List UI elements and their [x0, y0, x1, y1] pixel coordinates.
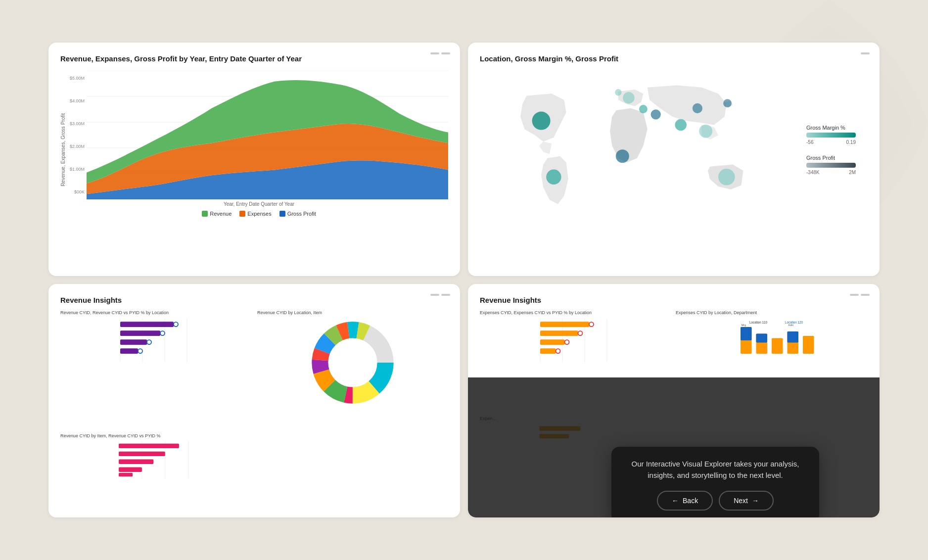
- sub-chart-title-1: Revenue CYtD, Revenue CYtD vs PYtD % by …: [60, 310, 251, 315]
- svg-point-11: [675, 119, 687, 131]
- sub-chart-bar-location: Revenue CYtD, Revenue CYtD vs PYtD % by …: [60, 310, 251, 427]
- card-menu-rev-left[interactable]: [430, 294, 450, 296]
- next-arrow-icon: →: [752, 497, 759, 505]
- svg-point-14: [693, 103, 702, 113]
- legend-dot-expenses: [239, 211, 245, 217]
- yaxis-3m: $3.00M: [70, 121, 85, 126]
- svg-text:Mrg: Mrg: [742, 324, 746, 327]
- svg-point-62: [578, 331, 583, 335]
- card-menu-map[interactable]: [861, 52, 870, 54]
- rev-right-dot-2: [861, 294, 870, 296]
- legend-expenses: Expenses: [239, 211, 271, 217]
- map-legend: Gross Margin % -56 0.19 Gross Profit -34…: [798, 71, 868, 229]
- sub-chart-title-exp-2: Expenses CYtD by Location, Department: [676, 310, 868, 315]
- svg-rect-25: [120, 348, 138, 354]
- legend-gm-title: Gross Margin %: [806, 125, 868, 131]
- world-map-svg: [480, 71, 798, 229]
- revenue-insights-title-left: Revenue Insights: [60, 296, 448, 304]
- next-button[interactable]: Next →: [719, 491, 774, 511]
- svg-rect-49: [119, 451, 165, 456]
- next-label: Next: [734, 497, 748, 505]
- insights-grid-left: Revenue CYtD, Revenue CYtD vs PYtD % by …: [60, 310, 448, 500]
- donut-chart-container: [257, 318, 448, 407]
- sub-chart-title-exp-1: Expenses CYtD, Expenses CYtD vs PYtD % b…: [480, 310, 672, 315]
- svg-point-15: [718, 169, 735, 186]
- svg-rect-59: [540, 339, 565, 345]
- svg-text:Adm: Adm: [788, 324, 794, 327]
- sub-chart-empty: [257, 433, 448, 501]
- legend-gm-gradient: [806, 133, 856, 138]
- yaxis-2m: $2.00M: [70, 144, 85, 149]
- svg-rect-73: [788, 331, 799, 343]
- sub-chart-donut: Revenue CYtD by Location, Item: [257, 310, 448, 427]
- svg-rect-24: [120, 339, 147, 345]
- card-revenue-insights-left: Revenue Insights Revenue CYtD, Revenue C…: [48, 284, 460, 517]
- svg-point-61: [589, 322, 594, 327]
- yaxis-labels: $5.00M $4.00M $3.00M $2.00M $1.00M $00K: [70, 76, 87, 194]
- svg-point-10: [616, 149, 629, 163]
- svg-point-63: [565, 340, 569, 344]
- map-container: Gross Margin % -56 0.19 Gross Profit -34…: [480, 71, 868, 229]
- svg-rect-58: [540, 330, 578, 336]
- tooltip-message: Our Interactive Visual Explorer takes yo…: [627, 459, 803, 481]
- svg-point-43: [332, 342, 374, 384]
- svg-point-12: [699, 125, 712, 138]
- back-arrow-icon: ←: [672, 497, 679, 505]
- svg-point-28: [147, 340, 151, 344]
- svg-point-7: [546, 170, 561, 185]
- chart-with-axis: $5.00M $4.00M $3.00M $2.00M $1.00M $00K: [70, 71, 448, 199]
- chart-legend: Revenue Expenses Gross Profit: [70, 211, 448, 217]
- svg-rect-51: [119, 467, 142, 471]
- legend-gm-range: -56 0.19: [806, 140, 856, 145]
- rev-left-dot-2: [441, 294, 450, 296]
- sub-chart-title-2: Revenue CYtD by Location, Item: [257, 310, 448, 315]
- legend-gross-profit: Gross Profit: [279, 211, 316, 217]
- svg-rect-74: [803, 336, 814, 354]
- exp-bar-svg: [480, 318, 672, 363]
- yaxis-4m: $4.00M: [70, 98, 85, 103]
- xlabel: Year, Entry Date Quarter of Year: [70, 201, 448, 207]
- legend-label-revenue: Revenue: [210, 211, 232, 217]
- dashboard: Revenue, Expanses, Gross Profit by Year,…: [48, 43, 880, 517]
- menu-dot-2: [441, 52, 450, 54]
- svg-point-16: [639, 105, 648, 113]
- legend-gp-title: Gross Profit: [806, 155, 868, 161]
- legend-gp-max: 2M: [849, 170, 856, 175]
- legend-dot-revenue: [202, 211, 208, 217]
- card-title-map: Location, Gross Margin %, Gross Profit: [480, 54, 868, 63]
- svg-point-17: [615, 89, 621, 95]
- back-button[interactable]: ← Back: [657, 491, 713, 511]
- svg-point-26: [174, 322, 178, 327]
- legend-gp-gradient: [806, 163, 856, 168]
- svg-point-13: [723, 99, 732, 107]
- stacked-bar-svg: Location 110 Location 120 Mrg Adm: [676, 318, 868, 363]
- card-map: Location, Gross Margin %, Gross Profit: [468, 43, 880, 276]
- legend-gross-profit-section: Gross Profit -348K 2M: [806, 155, 868, 175]
- svg-rect-23: [120, 330, 160, 336]
- world-map: [480, 71, 798, 229]
- card-area-chart: Revenue, Expanses, Gross Profit by Year,…: [48, 43, 460, 276]
- svg-rect-57: [540, 322, 589, 327]
- svg-rect-50: [119, 459, 153, 464]
- area-chart-container: Revenue, Expanses, Gross Profit $5.00M $…: [60, 71, 448, 229]
- donut-svg: [311, 321, 395, 405]
- legend-label-expenses: Expenses: [247, 211, 271, 217]
- map-menu-dot-1: [861, 52, 870, 54]
- bar-chart-svg-1: [60, 318, 251, 363]
- card-revenue-insights-right: Revenue Insights Expenses CYtD, Expenses…: [468, 284, 880, 517]
- card-menu-rev-right[interactable]: [850, 294, 870, 296]
- rev-right-dot-1: [850, 294, 859, 296]
- svg-rect-71: [772, 338, 783, 354]
- tooltip-popup: Our Interactive Visual Explorer takes yo…: [611, 447, 819, 517]
- card-menu-area[interactable]: [430, 52, 450, 54]
- bar-chart-svg-2: [60, 441, 251, 478]
- revenue-insights-title-right: Revenue Insights: [480, 296, 868, 304]
- sub-chart-title-3: Revenue CYtD by Item, Revenue CYtD vs PY…: [60, 433, 251, 438]
- area-chart-svg: [87, 71, 448, 199]
- legend-gp-range: -348K 2M: [806, 170, 856, 175]
- legend-revenue: Revenue: [202, 211, 232, 217]
- legend-gross-margin-section: Gross Margin % -56 0.19: [806, 125, 868, 145]
- rev-left-dot-1: [430, 294, 439, 296]
- legend-gm-min: -56: [806, 140, 813, 145]
- svg-point-27: [160, 331, 165, 335]
